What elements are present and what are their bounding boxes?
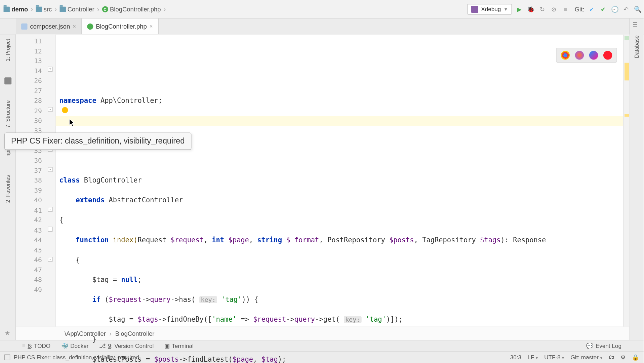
chevron-right-icon: › [163,5,166,13]
run-config-selector[interactable]: Xdebug ▼ [468,4,512,14]
line-number: 27 [16,86,42,96]
fold-icon[interactable]: - [48,207,52,211]
tab-composer-json[interactable]: composer.json × [16,18,82,34]
coverage-icon[interactable]: ↻ [538,5,547,13]
profile-icon[interactable]: ⊘ [550,5,558,13]
breadcrumb: demo › src › Controller › C BlogControll… [2,5,467,13]
breadcrumb-folder-label: Controller [68,5,94,12]
code-area[interactable]: namespace App\Controller; use ... class … [56,35,630,327]
revert-icon[interactable]: ↶ [622,5,631,13]
open-in-browser-panel [556,48,617,63]
chevron-right-icon: › [97,5,99,13]
chrome-icon[interactable] [561,51,570,59]
chevron-right-icon: › [31,5,33,13]
line-number: 12 [16,46,42,56]
line-number: 26 [16,76,42,86]
line-number: 40 [16,195,42,205]
tab-blogcontroller[interactable]: BlogController.php × [82,18,159,34]
tool-todo[interactable]: ≡ 6: TODO [22,342,50,349]
close-icon[interactable]: × [73,23,76,30]
file-icon[interactable] [4,77,11,84]
navigation-bar: demo › src › Controller › C BlogControll… [0,0,644,18]
json-file-icon [21,23,27,29]
search-icon[interactable]: 🔍 [634,5,642,13]
line-number: 29 [16,106,42,116]
update-project-icon[interactable]: ✓ [588,5,596,13]
line-number: 30 [16,116,42,126]
line-number: 36 [16,156,42,166]
line-number: 47 [16,265,42,275]
line-number: 45 [16,245,42,255]
tool-structure[interactable]: 7: Structure [4,97,12,130]
lock-icon[interactable]: 🔒 [632,354,639,361]
toolbar-right: Xdebug ▼ ▶ 🐞 ↻ ⊘ ■ Git: ✓ ✔ 🕘 ↶ 🔍 [468,4,642,14]
firefox-icon[interactable] [575,51,584,59]
breadcrumb-root-label: demo [11,5,28,12]
opera-icon[interactable] [603,51,612,59]
tooltip-text: PHP CS Fixer: class_definition, visibili… [11,136,185,145]
tool-project[interactable]: 1: Project [4,36,12,64]
line-number: 49 [16,285,42,295]
safari-icon[interactable] [589,51,598,59]
star-icon[interactable]: ★ [5,329,10,336]
history-icon[interactable]: 🕘 [611,5,619,13]
run-config-label: Xdebug [481,6,501,12]
folder-icon [59,6,66,12]
left-tool-strip: 1: Project 7: Structure npm 2: Favorites… [0,35,16,340]
line-number: 11 [16,36,42,46]
breadcrumb-controller[interactable]: Controller [58,5,96,13]
line-number: 48 [16,275,42,285]
line-number: 14 [16,66,42,76]
breadcrumb-src-label: src [44,5,52,12]
fold-icon[interactable]: - [48,167,52,172]
fold-icon[interactable]: - [48,227,52,232]
line-number: 42 [16,215,42,225]
line-number: 43 [16,225,42,235]
breadcrumb-file[interactable]: C BlogController.php [100,5,163,13]
line-number: 41 [16,205,42,215]
inspection-tooltip: PHP CS Fixer: class_definition, visibili… [4,133,191,150]
fold-icon[interactable]: - [48,107,52,112]
breadcrumb-file-label: BlogController.php [110,5,161,12]
line-number: 44 [16,235,42,245]
line-number: 13 [16,56,42,66]
database-icon[interactable]: ☰ [633,21,641,29]
folder-icon [4,6,10,12]
editor-tabs: composer.json × BlogController.php × [0,18,644,34]
chevron-down-icon: ▼ [504,7,508,11]
folder-icon [36,6,42,12]
line-number: 37 [16,165,42,175]
class-icon [87,23,93,29]
close-icon[interactable]: × [150,23,153,30]
tool-favorites[interactable]: 2: Favorites [4,172,12,205]
breadcrumb-root[interactable]: demo [2,5,30,13]
tool-database[interactable]: Database [633,33,641,61]
intention-bulb-icon[interactable] [62,107,68,113]
mouse-cursor [69,118,75,127]
class-icon: C [102,6,108,12]
debug-icon[interactable]: 🐞 [527,5,535,13]
run-icon[interactable]: ▶ [516,5,524,13]
line-number: 39 [16,186,42,196]
fold-icon[interactable]: - [48,257,52,261]
code-editor[interactable]: 11 12 13 14 26 27 28 29 30 33 34 35 36 3… [16,35,629,327]
breadcrumb-src[interactable]: src [34,5,54,13]
php-icon [471,5,478,12]
right-tool-strip: ☰ Database [630,18,644,340]
chevron-right-icon: › [54,5,57,13]
gutter: 11 12 13 14 26 27 28 29 30 33 34 35 36 3… [16,35,55,327]
tool-window-toggle-icon[interactable] [4,355,10,360]
tab-label: composer.json [30,23,70,30]
stop-icon[interactable]: ■ [561,5,569,13]
line-number: 38 [16,175,42,186]
fold-icon[interactable]: + [48,67,52,72]
line-number: 28 [16,96,42,106]
git-label: Git: [575,5,585,12]
inspection-ok-marker [625,36,629,40]
tab-label: BlogController.php [96,23,147,30]
commit-icon[interactable]: ✔ [599,5,607,13]
line-number: 46 [16,255,42,265]
